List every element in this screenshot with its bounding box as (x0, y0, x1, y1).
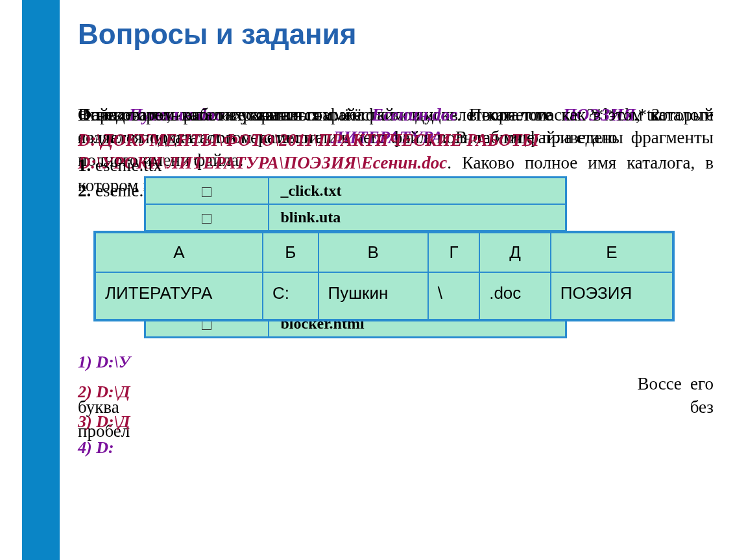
answer-option: 2) D:\Д (78, 382, 130, 402)
value-cell: \ (428, 272, 479, 320)
text-fragment: Восс (78, 374, 674, 393)
slide-content: Вопросы и задания (78, 18, 727, 76)
decorative-side-bar (22, 0, 60, 560)
filename-cell: blink.uta (269, 204, 566, 231)
header-cell: А (95, 232, 263, 272)
header-cell: Е (551, 232, 673, 272)
page-title: Вопросы и задания (78, 18, 727, 51)
checkbox-icon (202, 214, 211, 224)
table-row: blink.uta (145, 204, 566, 231)
value-cell: ЛИТЕРАТУРА (95, 272, 263, 320)
header-cell: Б (263, 232, 319, 272)
header-cell: Д (479, 232, 551, 272)
table-header-row: А Б В Г Д Е (95, 232, 673, 272)
value-cell: .doc (479, 272, 551, 320)
answer-option: 3) D:\Д (78, 412, 130, 432)
lower-paragraph: Воссе его буквабез пробел (78, 356, 714, 443)
text-fragment: пробел (78, 419, 714, 443)
table-row: ЛИТЕРАТУРА С: Пушкин \ .doc ПОЭЗИЯ (95, 272, 673, 320)
answer-option: 1) D:\У (78, 353, 130, 372)
checkbox-cell (145, 204, 269, 231)
table-row: _click.txt (145, 178, 566, 205)
filename-cell: _click.txt (269, 178, 566, 205)
value-cell: ПОЭЗИЯ (551, 272, 673, 320)
checkbox-cell (145, 178, 269, 205)
path-text: D:\ДОКУМЕНТЫ\ФОТО\2011\ПРАКТИЧЕСКИЕ РАБО… (78, 130, 539, 150)
checkbox-icon (202, 320, 211, 330)
text-span: Пользователь работал с каталогом: (78, 105, 338, 124)
text-fragment: е его (674, 372, 714, 395)
header-cell: Г (428, 232, 479, 272)
header-cell: В (319, 232, 428, 272)
item-num: 2. (78, 181, 91, 200)
answer-option: 4) D: (78, 438, 114, 458)
checkbox-icon (202, 187, 211, 197)
item-num: 1. (78, 156, 91, 175)
value-cell: Пушкин (319, 272, 428, 320)
item-text: esenie.ttx (91, 156, 162, 175)
text-fragment: без (690, 395, 714, 419)
letter-path-table: А Б В Г Д Е ЛИТЕРАТУРА С: Пушкин \ .doc … (93, 231, 675, 321)
value-cell: С: (263, 272, 319, 320)
